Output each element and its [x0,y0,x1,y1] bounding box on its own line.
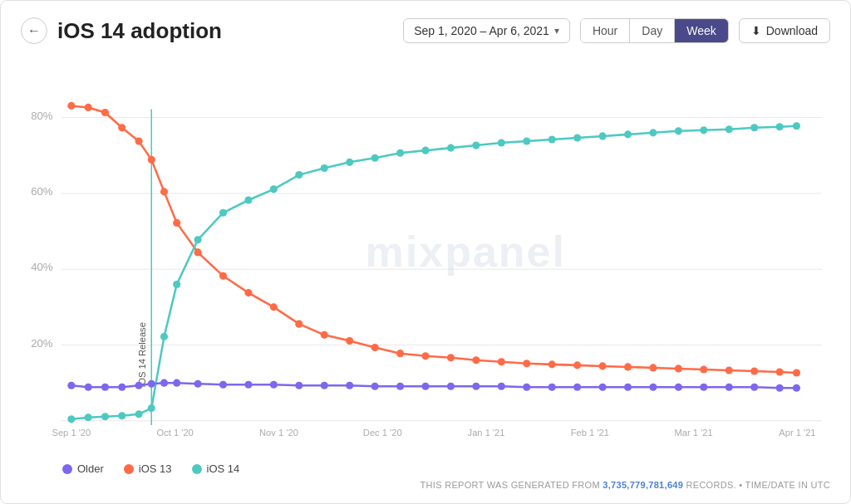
svg-text:Feb 1 '21: Feb 1 '21 [571,428,609,438]
svg-point-62 [244,196,252,203]
svg-point-83 [776,123,784,130]
svg-point-94 [219,381,227,389]
svg-point-91 [160,379,168,387]
svg-point-64 [295,171,303,179]
svg-point-52 [67,415,75,423]
svg-point-80 [700,126,707,134]
svg-point-26 [173,219,180,227]
svg-text:iOS 14 Release: iOS 14 Release [137,322,147,387]
svg-point-76 [598,132,606,139]
svg-point-41 [548,360,556,368]
svg-point-102 [421,383,429,390]
legend-item-ios13: iOS 13 [124,462,172,475]
download-label: Download [766,24,818,37]
svg-point-36 [421,352,429,360]
svg-text:Apr 1 '21: Apr 1 '21 [779,428,815,438]
svg-point-103 [447,383,455,390]
svg-point-89 [135,382,142,389]
page-title: iOS 14 adoption [57,18,222,44]
svg-point-88 [118,384,125,391]
svg-point-87 [101,384,109,391]
svg-point-34 [371,344,379,351]
svg-point-106 [523,384,530,391]
svg-point-48 [726,366,733,374]
svg-point-57 [148,404,155,412]
footer: THIS REPORT WAS GENERATED FROM 3,735,779… [21,475,830,490]
svg-point-116 [776,384,784,392]
svg-point-70 [447,144,455,152]
legend-item-ios14: iOS 14 [192,462,240,475]
svg-text:40%: 40% [31,261,53,273]
svg-point-115 [750,384,758,391]
svg-point-33 [346,337,353,345]
svg-point-79 [675,127,682,135]
svg-point-99 [346,382,353,389]
svg-point-66 [346,159,353,166]
svg-point-20 [85,104,92,111]
svg-point-47 [700,365,707,373]
svg-point-32 [321,331,328,339]
svg-point-95 [244,381,252,389]
svg-point-23 [135,137,142,144]
svg-point-28 [219,272,227,280]
legend: Older iOS 13 iOS 14 [21,456,830,475]
svg-point-101 [396,383,404,390]
hour-button[interactable]: Hour [581,19,630,42]
svg-point-107 [548,384,556,391]
svg-point-40 [523,360,530,367]
svg-point-51 [793,369,800,376]
svg-point-72 [498,139,505,146]
svg-text:Mar 1 '21: Mar 1 '21 [675,428,713,438]
older-label: Older [77,462,104,475]
svg-point-110 [624,384,632,391]
svg-text:Nov 1 '20: Nov 1 '20 [259,428,298,438]
svg-text:Oct 1 '20: Oct 1 '20 [157,428,194,438]
svg-point-39 [498,358,505,365]
ios13-dot [124,464,134,474]
svg-text:20%: 20% [31,337,53,350]
svg-point-93 [194,380,201,388]
svg-point-100 [371,383,379,390]
svg-point-104 [472,383,480,390]
footer-prefix: THIS REPORT WAS GENERATED FROM [421,480,603,490]
time-toggle: Hour Day Week [580,18,729,43]
older-dot [62,464,72,474]
chart-area: mixpanel 80% 60% 40% 20% Sep 1 '20 Oct 1… [21,57,830,490]
legend-item-older: Older [62,462,104,475]
header-left: ← iOS 14 adoption [21,17,222,44]
svg-point-96 [270,381,278,389]
download-button[interactable]: ⬇ Download [739,18,830,43]
chart-svg: 80% 60% 40% 20% Sep 1 '20 Oct 1 '20 Nov … [21,57,830,456]
week-button[interactable]: Week [675,19,728,42]
download-icon: ⬇ [751,24,761,37]
svg-point-38 [472,356,480,364]
svg-point-59 [173,281,180,288]
svg-text:Sep 1 '20: Sep 1 '20 [52,428,91,438]
svg-point-31 [295,321,303,328]
svg-text:Dec 1 '20: Dec 1 '20 [363,428,402,438]
svg-point-98 [321,382,328,389]
svg-point-84 [793,122,800,130]
svg-point-19 [67,102,75,110]
svg-point-73 [523,137,530,144]
svg-point-75 [573,134,581,141]
ios13-label: iOS 13 [139,462,172,475]
svg-point-56 [135,410,142,418]
svg-point-50 [776,368,784,375]
svg-point-58 [160,333,168,340]
svg-point-97 [295,382,303,389]
svg-point-35 [396,350,404,357]
svg-point-85 [67,382,75,389]
svg-point-53 [85,413,92,421]
svg-point-117 [793,384,800,392]
back-button[interactable]: ← [21,17,47,44]
day-button[interactable]: Day [630,19,675,42]
ios14-dot [192,464,202,474]
svg-point-60 [194,236,201,243]
date-range-button[interactable]: Sep 1, 2020 – Apr 6, 2021 ▾ [403,18,570,43]
ios14-label: iOS 14 [207,462,240,475]
footer-records: 3,735,779,781,649 [603,480,683,490]
svg-point-90 [148,380,155,388]
chevron-down-icon: ▾ [554,25,559,37]
header-right: Sep 1, 2020 – Apr 6, 2021 ▾ Hour Day Wee… [403,18,830,43]
